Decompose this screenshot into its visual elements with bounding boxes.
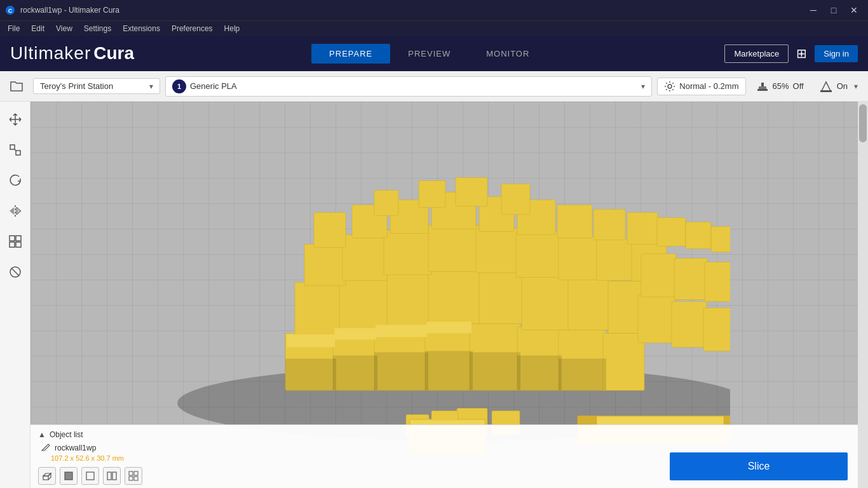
printer-select[interactable]: Teroy's Print Station ▾	[33, 78, 160, 94]
object-name: rockwall1wp	[55, 444, 96, 452]
window-title: rockwall1wp - Ultimaker Cura	[20, 6, 119, 15]
app-icon: C	[5, 5, 15, 15]
svg-rect-11	[10, 236, 15, 241]
svg-rect-96	[559, 358, 606, 390]
menu-extensions[interactable]: Extensions	[118, 23, 165, 34]
wireframe-icon	[85, 471, 95, 481]
svg-rect-61	[703, 308, 730, 351]
support-blocker-tool[interactable]	[5, 262, 25, 282]
svg-rect-91	[333, 355, 377, 390]
perspective-icon	[42, 471, 52, 481]
support-toggle[interactable]: 65% Off	[751, 78, 809, 95]
svg-rect-36	[384, 230, 431, 274]
title-bar-controls: ─ □ ✕	[804, 4, 863, 17]
scale-tool[interactable]	[5, 140, 25, 160]
svg-rect-85	[579, 417, 730, 424]
svg-rect-77	[287, 334, 335, 347]
printer-name: Teroy's Print Station	[40, 81, 113, 91]
menu-help[interactable]: Help	[219, 23, 245, 34]
close-button[interactable]: ✕	[845, 4, 863, 17]
left-toolbar	[0, 102, 31, 488]
folder-icon	[10, 81, 24, 92]
adhesion-toggle[interactable]: On ▾	[814, 77, 863, 96]
settings-select[interactable]: Normal - 0.2mm	[657, 78, 745, 95]
svg-rect-95	[517, 355, 562, 390]
marketplace-button[interactable]: Marketplace	[724, 44, 789, 63]
menu-view[interactable]: View	[51, 23, 78, 34]
svg-rect-14	[16, 242, 21, 247]
open-file-button[interactable]	[5, 75, 28, 98]
svg-rect-40	[559, 236, 600, 280]
svg-rect-3	[757, 89, 768, 91]
svg-rect-93	[425, 351, 473, 390]
main-area: ▲ Object list rockwall1wp 107.2 x 52.6 x…	[0, 102, 868, 488]
svg-point-2	[668, 85, 672, 88]
tab-preview[interactable]: PREVIEW	[390, 44, 468, 64]
slice-button[interactable]: Slice	[670, 452, 848, 480]
signin-button[interactable]: Sign in	[815, 45, 858, 62]
svg-rect-54	[711, 226, 730, 252]
svg-rect-31	[522, 276, 571, 330]
right-scrollbar[interactable]	[858, 102, 868, 488]
svg-rect-27	[339, 277, 390, 330]
svg-rect-100	[107, 472, 111, 480]
model-container	[158, 136, 730, 466]
move-icon	[8, 112, 22, 126]
tab-prepare[interactable]: PREPARE	[311, 44, 390, 64]
scrollbar-thumb[interactable]	[859, 104, 867, 142]
menu-file[interactable]: File	[3, 23, 25, 34]
svg-line-16	[11, 268, 19, 276]
rotate-tool[interactable]	[5, 170, 25, 191]
slice-btn-container: Slice	[670, 452, 848, 480]
support-icon	[756, 80, 769, 93]
svg-rect-104	[129, 477, 133, 480]
maximize-button[interactable]: □	[825, 4, 843, 17]
perspective-tool[interactable]	[38, 467, 56, 485]
minimize-button[interactable]: ─	[804, 4, 822, 17]
svg-rect-39	[516, 231, 562, 277]
move-tool[interactable]	[5, 109, 25, 130]
toolbar: Teroy's Print Station ▾ 1 Generic PLA ▾ …	[0, 71, 868, 102]
svg-rect-13	[10, 242, 15, 247]
svg-rect-58	[374, 190, 398, 215]
material-select[interactable]: 1 Generic PLA ▾	[165, 76, 652, 97]
svg-rect-35	[342, 234, 387, 280]
solid-icon	[64, 471, 74, 481]
svg-rect-52	[657, 217, 686, 246]
grid-tool[interactable]	[125, 467, 142, 485]
material-name: Generic PLA	[190, 81, 237, 91]
split-tool[interactable]	[103, 467, 121, 485]
svg-rect-102	[129, 471, 133, 475]
solid-view-tool[interactable]	[60, 467, 78, 485]
title-bar-left: C rockwall1wp - Ultimaker Cura	[5, 5, 119, 15]
viewport[interactable]: ▲ Object list rockwall1wp 107.2 x 52.6 x…	[31, 102, 858, 488]
svg-rect-32	[568, 279, 611, 330]
mirror-tool[interactable]	[5, 201, 25, 221]
per-model-settings-tool[interactable]	[5, 231, 25, 252]
svg-rect-99	[86, 472, 94, 480]
svg-rect-98	[65, 472, 72, 480]
menu-preferences[interactable]: Preferences	[166, 23, 218, 34]
svg-rect-30	[479, 271, 525, 323]
app-logo: Ultimaker Cura	[10, 43, 134, 64]
mirror-icon	[8, 204, 22, 218]
svg-rect-56	[456, 177, 487, 206]
svg-rect-105	[134, 477, 138, 480]
scale-icon	[8, 143, 22, 157]
svg-rect-29	[428, 268, 482, 323]
svg-rect-60	[672, 301, 707, 347]
settings-icon	[664, 81, 675, 92]
svg-rect-28	[387, 273, 431, 327]
grid-icon[interactable]: ⊞	[796, 46, 807, 61]
menu-settings[interactable]: Settings	[79, 23, 116, 34]
svg-rect-5	[759, 86, 766, 89]
svg-text:C: C	[8, 8, 13, 14]
menu-edit[interactable]: Edit	[26, 23, 50, 34]
svg-rect-43	[314, 212, 346, 247]
svg-rect-79	[376, 325, 427, 337]
nav-tabs: PREPARE PREVIEW MONITOR	[311, 44, 547, 64]
svg-rect-41	[597, 239, 635, 280]
support-percent: 65%	[773, 81, 789, 91]
wireframe-tool[interactable]	[81, 467, 99, 485]
tab-monitor[interactable]: MONITOR	[468, 44, 547, 64]
